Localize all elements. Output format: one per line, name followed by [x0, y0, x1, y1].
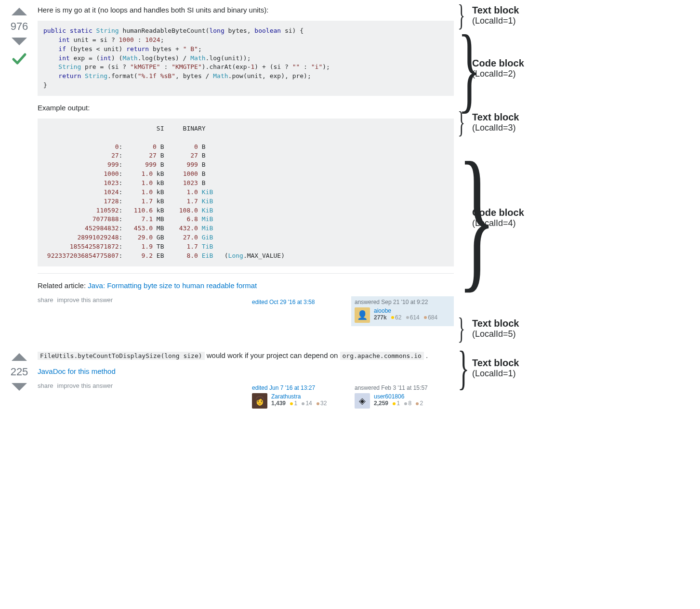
downvote-button[interactable]	[12, 383, 27, 391]
answer-body: FileUtils.byteCountToDisplaySize(long si…	[34, 350, 458, 422]
bronze-badge-icon	[424, 316, 427, 319]
vote-cell: 225	[5, 350, 34, 422]
edited-time[interactable]: edited Oct 29 '16 at 3:58	[252, 299, 348, 305]
annotation-2: } Code block(LocalId=2)	[458, 58, 524, 79]
gold-count: 62	[395, 314, 401, 321]
related-link[interactable]: Java: Formatting byte size to human read…	[88, 281, 257, 290]
silver-count: 614	[410, 314, 420, 321]
avatar[interactable]: 👩	[252, 393, 267, 409]
answered-time: answered Feb 3 '11 at 15:57	[355, 384, 451, 391]
code-block-1: public static String humanReadableByteCo…	[38, 21, 454, 96]
gold-badge-icon	[391, 316, 394, 319]
editor-name[interactable]: Zarathustra	[271, 393, 327, 400]
avatar[interactable]: 👤	[355, 307, 370, 323]
silver-badge-icon	[404, 402, 407, 405]
annotation-6: } Text block(LocalId=1)	[458, 357, 519, 379]
answered-time: answered Sep 21 '10 at 9:22	[355, 299, 451, 305]
vote-cell: 976	[5, 5, 34, 336]
share-link[interactable]: share	[38, 296, 53, 304]
upvote-button[interactable]	[12, 8, 27, 15]
bronze-badge-icon	[416, 402, 419, 405]
share-link[interactable]: share	[38, 382, 53, 389]
avatar[interactable]: ◈	[355, 393, 370, 409]
javadoc-link[interactable]: JavaDoc for this method	[38, 367, 116, 375]
vote-count: 225	[5, 362, 34, 382]
improve-link[interactable]: improve this answer	[57, 382, 113, 389]
author-card: answered Feb 3 '11 at 15:57 ◈ user601806…	[351, 382, 454, 412]
bronze-badge-icon	[317, 402, 319, 405]
inline-code: FileUtils.byteCountToDisplaySize(long si…	[38, 352, 205, 360]
inline-code: org.apache.commons.io	[340, 352, 424, 360]
intro-text: Here is my go at it (no loops and handle…	[38, 5, 454, 15]
silver-badge-icon	[406, 316, 409, 319]
separator	[38, 273, 454, 274]
example-output-label: Example output:	[38, 103, 454, 113]
bronze-count: 684	[428, 314, 437, 321]
author-name[interactable]: aioobe	[374, 307, 437, 314]
related-article: Related article: Java: Formatting byte s…	[38, 280, 454, 291]
related-prefix: Related article:	[38, 281, 88, 290]
editor-card: edited Jun 7 '16 at 13:27 👩 Zarathustra …	[249, 382, 351, 412]
gold-badge-icon	[290, 402, 293, 405]
editor-card: edited Oct 29 '16 at 3:58	[249, 296, 351, 326]
editor-rep: 1,439	[271, 400, 286, 407]
post-menu: shareimprove this answer	[38, 296, 249, 304]
downvote-button[interactable]	[12, 38, 27, 45]
answer-text: FileUtils.byteCountToDisplaySize(long si…	[38, 350, 454, 360]
author-rep: 277k	[374, 314, 387, 321]
answer-body: Here is my go at it (no loops and handle…	[34, 5, 458, 336]
accepted-check-icon	[5, 50, 34, 67]
upvote-button[interactable]	[12, 353, 27, 361]
code-block-2: SI BINARY 0: 0 B 0 B 27: 27 B 27 B 999: …	[38, 119, 454, 266]
silver-badge-icon	[302, 402, 304, 405]
vote-count: 976	[5, 16, 34, 37]
improve-link[interactable]: improve this answer	[57, 296, 113, 304]
author-name[interactable]: user601806	[374, 393, 423, 400]
author-card: answered Sep 21 '10 at 9:22 👤 aioobe 277…	[351, 296, 454, 326]
annotation-5: } Text block(LocalId=5)	[458, 318, 519, 339]
annotation-4: } Code block(LocalId=4)	[458, 207, 524, 228]
author-rep: 2,259	[374, 400, 388, 407]
edited-time[interactable]: edited Jun 7 '16 at 13:27	[252, 384, 348, 391]
post-menu: shareimprove this answer	[38, 382, 249, 389]
gold-badge-icon	[393, 402, 396, 405]
